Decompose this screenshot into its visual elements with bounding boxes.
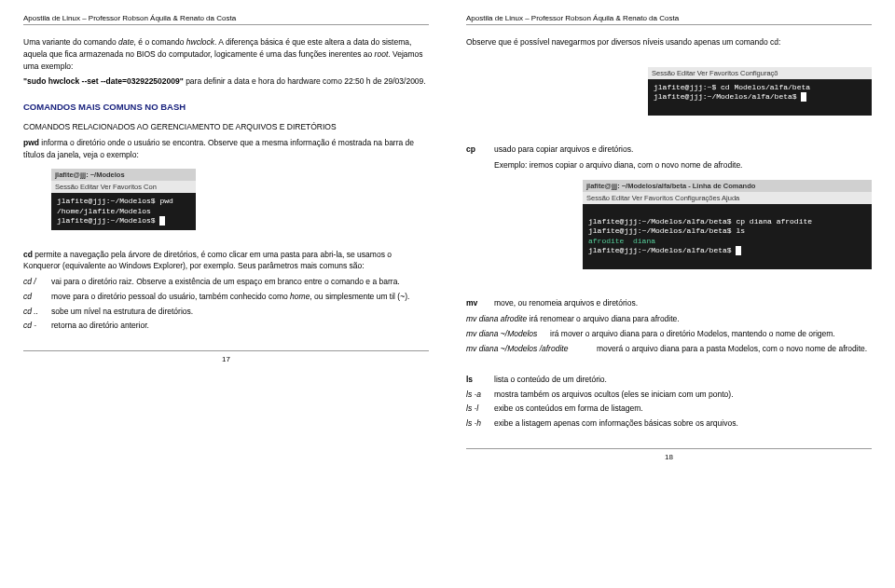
page-number-right: 18 [466, 448, 872, 461]
cmd-ls-h: ls -h exibe a listagem apenas com inform… [466, 417, 872, 430]
cmd-cp: cp usado para copiar arquivos e diretóri… [466, 144, 872, 156]
paragraph-cd-levels: Observe que é possível navegarmos por di… [466, 36, 872, 48]
terminal-cp: jlafite@jjj: ~/Modelos/alfa/beta - Linha… [583, 180, 872, 269]
page-number-left: 17 [23, 350, 429, 363]
heading-comandos-bash: COMANDOS MAIS COMUNS NO BASH [23, 102, 429, 112]
cmd-ls-a: ls -a mostra também os arquivos ocultos … [466, 389, 872, 401]
terminal-cp-content: jlafite@jjj:~/Modelos/alfa/beta$ cp dian… [583, 204, 872, 269]
terminal-pwd-menu: Sessão Editar Ver Favoritos Con [51, 181, 196, 193]
terminal-pwd-title: jlafite@jjj: ~/Modelos [51, 169, 196, 181]
header-left: Apostila de Linux – Professor Robson Áqu… [23, 14, 429, 25]
paragraph-hwclock-example: "sudo hwclock --set --date=032922502009"… [23, 75, 429, 88]
paragraph-hwclock: Uma variante do comando date, é o comand… [23, 36, 429, 72]
cmd-mv-rename: mv diana afrodite irá renomear o arquivo… [466, 313, 872, 325]
page-right: Apostila de Linux – Professor Robson Áqu… [466, 14, 872, 461]
subheading-gerenciamento: COMANDOS RELACIONADOS AO GERENCIAMENTO D… [23, 121, 429, 133]
terminal-pwd-content: jlafite@jjj:~/Modelos$ pwd /home/jlafite… [51, 193, 196, 229]
terminal-cd: Sessão Editar Ver Favoritos Configuraçõ … [648, 67, 872, 116]
cursor-icon [801, 92, 806, 102]
paragraph-cp-example: Exemplo: iremos copiar o arquivo diana, … [466, 159, 872, 171]
paragraph-cd: cd permite a navegação pela árvore de di… [23, 249, 429, 273]
terminal-cp-menu: Sessão Editar Ver Favoritos Configuraçõe… [583, 192, 872, 204]
cmd-cd-dash: cd - retorna ao diretório anterior. [23, 320, 429, 332]
cmd-ls-l: ls -l exibe os conteúdos em forma de lis… [466, 403, 872, 415]
cursor-icon [159, 216, 165, 226]
terminal-pwd: jlafite@jjj: ~/Modelos Sessão Editar Ver… [51, 169, 196, 229]
terminal-cp-title: jlafite@jjj: ~/Modelos/alfa/beta - Linha… [583, 180, 872, 192]
header-right: Apostila de Linux – Professor Robson Áqu… [466, 14, 872, 25]
cmd-ls: ls lista o conteúdo de um diretório. [466, 374, 872, 386]
cmd-cd-dotdot: cd .. sobe um nível na estrutura de dire… [23, 306, 429, 318]
page-left: Apostila de Linux – Professor Robson Áqu… [23, 14, 429, 461]
cmd-cd-slash: cd / vai para o diretório raiz. Observe … [23, 276, 429, 288]
terminal-cd-menu: Sessão Editar Ver Favoritos Configuraçõ [648, 67, 872, 79]
terminal-cd-content: jlafite@jjj:~$ cd Modelos/alfa/beta jlaf… [648, 79, 872, 116]
cmd-mv-move: mv diana ~/Modelos irá mover o arquivo d… [466, 328, 872, 340]
cmd-mv: mv move, ou renomeia arquivos e diretóri… [466, 297, 872, 309]
cmd-mv-move-rename: mv diana ~/Modelos /afrodite moverá o ar… [466, 343, 872, 355]
cmd-cd-home: cd move para o diretório pessoal do usuá… [23, 291, 429, 303]
paragraph-pwd: pwd informa o diretório onde o usuário s… [23, 137, 429, 161]
cursor-icon [736, 246, 741, 255]
